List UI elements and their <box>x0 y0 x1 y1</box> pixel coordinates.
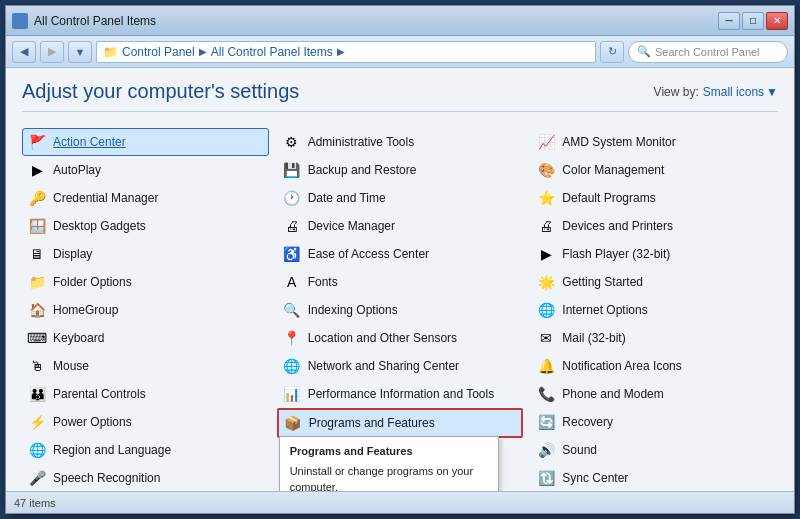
cp-item-speech-recognition[interactable]: 🎤Speech Recognition <box>22 464 269 491</box>
cp-item-parental-controls[interactable]: 👪Parental Controls <box>22 380 269 408</box>
item-icon: 🖨 <box>536 216 556 236</box>
cp-item-location-and-other-sensors[interactable]: 📍Location and Other Sensors <box>277 324 524 352</box>
item-label: AMD System Monitor <box>562 135 675 149</box>
cp-item-autoplay[interactable]: ▶AutoPlay <box>22 156 269 184</box>
item-icon: 👪 <box>27 384 47 404</box>
item-label: Performance Information and Tools <box>308 387 495 401</box>
cp-item-device-manager[interactable]: 🖨Device Manager <box>277 212 524 240</box>
item-icon: 🔃 <box>536 468 556 488</box>
cp-item-sync-center[interactable]: 🔃Sync Center <box>531 464 778 491</box>
item-icon: ⭐ <box>536 188 556 208</box>
cp-item-indexing-options[interactable]: 🔍Indexing Options <box>277 296 524 324</box>
item-label: Location and Other Sensors <box>308 331 457 345</box>
item-icon: 📁 <box>27 272 47 292</box>
minimize-button[interactable]: ─ <box>718 12 740 30</box>
cp-item-internet-options[interactable]: 🌐Internet Options <box>531 296 778 324</box>
title-bar-buttons: ─ □ ✕ <box>718 12 788 30</box>
recent-button[interactable]: ▼ <box>68 41 92 63</box>
item-icon: 🏠 <box>27 300 47 320</box>
cp-item-administrative-tools[interactable]: ⚙Administrative Tools <box>277 128 524 156</box>
main-content: Adjust your computer's settings View by:… <box>6 68 794 491</box>
address-path: 📁 Control Panel ▶ All Control Panel Item… <box>96 41 596 63</box>
cp-item-recovery[interactable]: 🔄Recovery <box>531 408 778 436</box>
item-label: Recovery <box>562 415 613 429</box>
item-icon: 🔍 <box>282 300 302 320</box>
cp-item-color-management[interactable]: 🎨Color Management <box>531 156 778 184</box>
item-icon: ▶ <box>536 244 556 264</box>
item-icon: 🌐 <box>27 440 47 460</box>
cp-item-devices-and-printers[interactable]: 🖨Devices and Printers <box>531 212 778 240</box>
item-icon: 🎤 <box>27 468 47 488</box>
maximize-button[interactable]: □ <box>742 12 764 30</box>
item-label: Date and Time <box>308 191 386 205</box>
cp-item-default-programs[interactable]: ⭐Default Programs <box>531 184 778 212</box>
item-label: Default Programs <box>562 191 655 205</box>
cp-item-action-center[interactable]: 🚩Action Center <box>22 128 269 156</box>
search-box[interactable]: 🔍 Search Control Panel <box>628 41 788 63</box>
cp-item-keyboard[interactable]: ⌨Keyboard <box>22 324 269 352</box>
cp-item-backup-and-restore[interactable]: 💾Backup and Restore <box>277 156 524 184</box>
cp-item-fonts[interactable]: AFonts <box>277 268 524 296</box>
cp-item-flash-player-(32-bit)[interactable]: ▶Flash Player (32-bit) <box>531 240 778 268</box>
cp-item-date-and-time[interactable]: 🕐Date and Time <box>277 184 524 212</box>
view-by-option[interactable]: Small icons ▼ <box>703 85 778 99</box>
cp-item-display[interactable]: 🖥Display <box>22 240 269 268</box>
cp-item-amd-system-monitor[interactable]: 📈AMD System Monitor <box>531 128 778 156</box>
cp-item-notification-area-icons[interactable]: 🔔Notification Area Icons <box>531 352 778 380</box>
cp-item-sound[interactable]: 🔊Sound <box>531 436 778 464</box>
item-label: Backup and Restore <box>308 163 417 177</box>
forward-button[interactable]: ▶ <box>40 41 64 63</box>
back-button[interactable]: ◀ <box>12 41 36 63</box>
cp-item-network-and-sharing-center[interactable]: 🌐Network and Sharing Center <box>277 352 524 380</box>
item-icon: ⌨ <box>27 328 47 348</box>
item-label: Credential Manager <box>53 191 158 205</box>
item-icon: ♿ <box>282 244 302 264</box>
item-icon: 💾 <box>282 160 302 180</box>
cp-item-desktop-gadgets[interactable]: 🪟Desktop Gadgets <box>22 212 269 240</box>
item-label: Color Management <box>562 163 664 177</box>
address-bar: ◀ ▶ ▼ 📁 Control Panel ▶ All Control Pane… <box>6 36 794 68</box>
refresh-button[interactable]: ↻ <box>600 41 624 63</box>
item-label: Getting Started <box>562 275 643 289</box>
cp-item-mouse[interactable]: 🖱Mouse <box>22 352 269 380</box>
cp-item-power-options[interactable]: ⚡Power Options <box>22 408 269 436</box>
item-icon: 📞 <box>536 384 556 404</box>
item-label: Notification Area Icons <box>562 359 681 373</box>
status-text: 47 items <box>14 497 56 509</box>
item-icon: 🔄 <box>536 412 556 432</box>
cp-item-phone-and-modem[interactable]: 📞Phone and Modem <box>531 380 778 408</box>
item-icon: 📍 <box>282 328 302 348</box>
search-icon: 🔍 <box>637 45 651 58</box>
cp-item-credential-manager[interactable]: 🔑Credential Manager <box>22 184 269 212</box>
cp-item-getting-started[interactable]: 🌟Getting Started <box>531 268 778 296</box>
cp-item-homegroup[interactable]: 🏠HomeGroup <box>22 296 269 324</box>
item-label: Sound <box>562 443 597 457</box>
col-1: ⚙Administrative Tools💾Backup and Restore… <box>277 128 524 491</box>
path-icon: 📁 <box>103 45 118 59</box>
control-panel-window: All Control Panel Items ─ □ ✕ ◀ ▶ ▼ 📁 Co… <box>5 5 795 514</box>
path-separator-1: ▶ <box>199 46 207 57</box>
item-label: Devices and Printers <box>562 219 673 233</box>
item-icon: 🖱 <box>27 356 47 376</box>
close-button[interactable]: ✕ <box>766 12 788 30</box>
cp-item-ease-of-access-center[interactable]: ♿Ease of Access Center <box>277 240 524 268</box>
item-icon: 🌐 <box>282 356 302 376</box>
item-label: Folder Options <box>53 275 132 289</box>
cp-item-folder-options[interactable]: 📁Folder Options <box>22 268 269 296</box>
item-label: Device Manager <box>308 219 395 233</box>
item-icon: 📊 <box>282 384 302 404</box>
cp-item-region-and-language[interactable]: 🌐Region and Language <box>22 436 269 464</box>
col-2: 📈AMD System Monitor🎨Color Management⭐Def… <box>531 128 778 491</box>
item-label: Ease of Access Center <box>308 247 429 261</box>
item-icon: ✉ <box>536 328 556 348</box>
path-control-panel[interactable]: Control Panel <box>122 45 195 59</box>
path-separator-2: ▶ <box>337 46 345 57</box>
item-icon: 📈 <box>536 132 556 152</box>
view-by-section: View by: Small icons ▼ <box>654 85 778 99</box>
view-by-label: View by: <box>654 85 699 99</box>
cp-item-mail-(32-bit)[interactable]: ✉Mail (32-bit) <box>531 324 778 352</box>
cp-item-performance-information-and-tools[interactable]: 📊Performance Information and Tools <box>277 380 524 408</box>
item-icon: 📦 <box>283 413 303 433</box>
path-all-items[interactable]: All Control Panel Items <box>211 45 333 59</box>
cp-item-programs-and-features[interactable]: 📦Programs and FeaturesPrograms and Featu… <box>277 408 524 438</box>
